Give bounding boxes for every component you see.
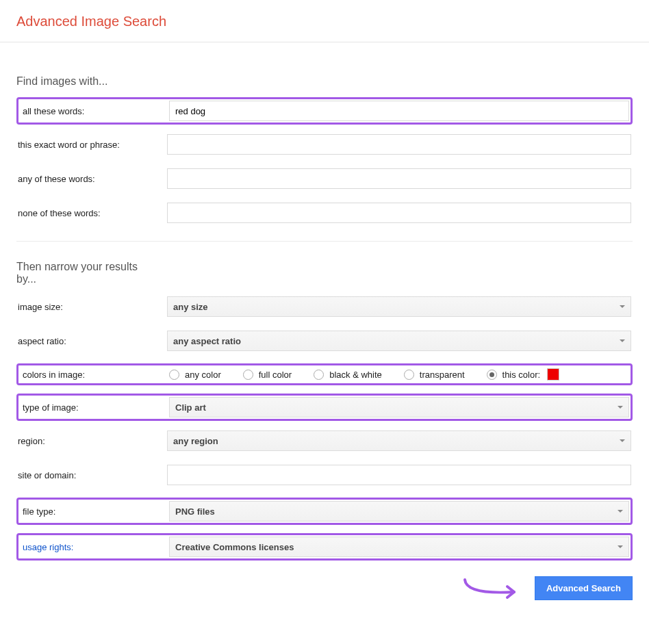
all-words-label: all these words: — [20, 106, 169, 116]
footer-row: Advanced Search — [16, 574, 633, 602]
color-swatch[interactable] — [547, 368, 559, 381]
radio-label: full color — [259, 370, 292, 380]
row-usage-rights: usage rights: Creative Commons licenses — [16, 533, 633, 561]
caret-down-icon — [620, 339, 625, 342]
type-select-value: Clip art — [175, 402, 206, 413]
caret-down-icon — [620, 305, 625, 308]
aspect-select-value: any aspect ratio — [173, 336, 241, 346]
type-label: type of image: — [20, 402, 169, 413]
radio-full-color[interactable]: full color — [243, 370, 292, 380]
size-label: image size: — [18, 302, 167, 312]
radio-transparent[interactable]: transparent — [404, 370, 465, 380]
filetype-label: file type: — [20, 506, 169, 517]
colors-radio-group: any color full color black & white trans… — [169, 368, 629, 381]
radio-icon — [487, 370, 497, 380]
row-all-words: all these words: — [16, 97, 633, 125]
radio-black-white[interactable]: black & white — [314, 370, 382, 380]
radio-icon — [243, 370, 253, 380]
site-label: site or domain: — [18, 470, 167, 480]
row-region: region: any region — [16, 429, 633, 452]
site-input[interactable] — [167, 465, 631, 485]
any-label: any of these words: — [18, 174, 167, 184]
caret-down-icon — [618, 545, 623, 548]
none-input[interactable] — [167, 203, 631, 223]
divider — [16, 241, 633, 242]
aspect-label: aspect ratio: — [18, 336, 167, 346]
radio-label: any color — [185, 370, 221, 380]
filetype-select[interactable]: PNG files — [169, 501, 629, 521]
radio-any-color[interactable]: any color — [169, 370, 221, 380]
row-none-words: none of these words: — [16, 201, 633, 224]
filetype-select-value: PNG files — [175, 506, 215, 517]
all-words-input[interactable] — [169, 101, 629, 121]
usage-select-value: Creative Commons licenses — [175, 542, 294, 552]
region-select-value: any region — [173, 436, 218, 446]
radio-label: transparent — [420, 370, 465, 380]
radio-this-color[interactable]: this color: — [487, 368, 560, 381]
find-section-title: Find images with... — [16, 75, 160, 88]
aspect-select[interactable]: any aspect ratio — [167, 331, 631, 351]
region-select[interactable]: any region — [167, 430, 631, 451]
type-select[interactable]: Clip art — [169, 397, 629, 417]
row-file-type: file type: PNG files — [16, 498, 633, 525]
any-input[interactable] — [167, 168, 631, 189]
row-image-type: type of image: Clip art — [16, 394, 633, 421]
none-label: none of these words: — [18, 208, 167, 218]
row-exact-phrase: this exact word or phrase: — [16, 133, 633, 156]
usage-select[interactable]: Creative Commons licenses — [169, 537, 629, 557]
form-content: Find images with... all these words: thi… — [0, 42, 649, 622]
row-site-domain: site or domain: — [16, 463, 633, 487]
size-select-value: any size — [173, 302, 208, 312]
exact-label: this exact word or phrase: — [18, 140, 167, 150]
radio-icon — [169, 370, 179, 380]
page-title: Advanced Image Search — [16, 14, 633, 29]
radio-label: this color: — [502, 370, 541, 380]
size-select[interactable]: any size — [167, 296, 631, 317]
row-image-size: image size: any size — [16, 295, 633, 318]
region-label: region: — [18, 436, 167, 446]
colors-label: colors in image: — [20, 370, 169, 380]
row-any-words: any of these words: — [16, 167, 633, 190]
caret-down-icon — [620, 439, 625, 442]
caret-down-icon — [618, 406, 623, 409]
annotation-arrow-icon — [459, 574, 528, 602]
radio-icon — [404, 370, 414, 380]
radio-icon — [314, 370, 324, 380]
caret-down-icon — [618, 510, 623, 513]
page-header: Advanced Image Search — [0, 0, 649, 42]
advanced-search-button[interactable]: Advanced Search — [535, 576, 633, 600]
usage-label[interactable]: usage rights: — [20, 542, 169, 552]
narrow-section-title: Then narrow your results by... — [16, 261, 160, 285]
row-colors: colors in image: any color full color bl… — [16, 363, 633, 385]
exact-input[interactable] — [167, 134, 631, 155]
radio-label: black & white — [329, 370, 382, 380]
row-aspect-ratio: aspect ratio: any aspect ratio — [16, 329, 633, 352]
